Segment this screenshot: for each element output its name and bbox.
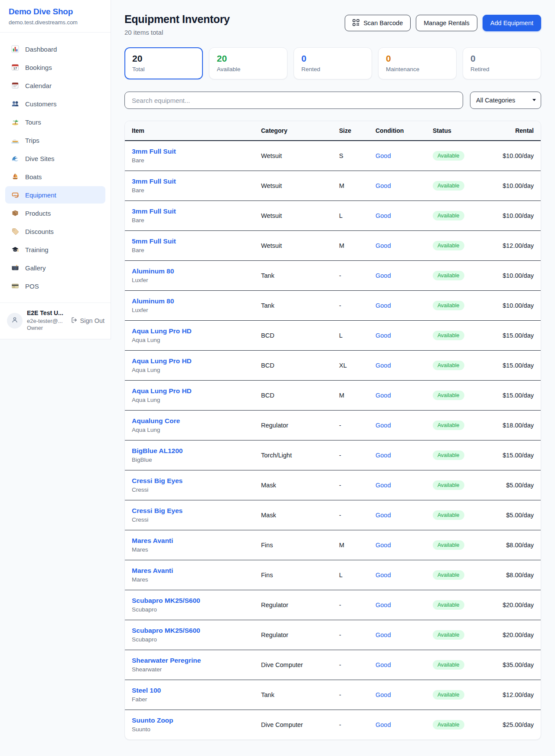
condition-cell: Good bbox=[369, 560, 426, 590]
table-row: 3mm Full SuitBareWetsuitMGoodAvailable$1… bbox=[125, 171, 541, 201]
size-cell: - bbox=[332, 590, 369, 620]
rental-cell: $10.00/day bbox=[491, 290, 541, 320]
item-name-link[interactable]: Mares Avanti bbox=[132, 537, 247, 545]
size-cell: M bbox=[332, 171, 369, 201]
sidebar-item-label: Gallery bbox=[25, 264, 46, 272]
condition-link[interactable]: Good bbox=[375, 392, 391, 399]
item-name-link[interactable]: 3mm Full Suit bbox=[132, 207, 247, 215]
sign-out-button[interactable]: Sign Out bbox=[71, 317, 104, 325]
condition-link[interactable]: Good bbox=[375, 272, 391, 279]
item-name-link[interactable]: Scubapro MK25/S600 bbox=[132, 597, 247, 605]
condition-link[interactable]: Good bbox=[375, 482, 391, 489]
item-name-link[interactable]: 3mm Full Suit bbox=[132, 177, 247, 185]
item-name-link[interactable]: Aluminum 80 bbox=[132, 267, 247, 275]
size-cell: L bbox=[332, 560, 369, 590]
condition-link[interactable]: Good bbox=[375, 362, 391, 369]
item-name-link[interactable]: BigBlue AL1200 bbox=[132, 447, 247, 455]
stat-card-rented[interactable]: 0Rented bbox=[294, 47, 372, 79]
person-icon bbox=[11, 316, 19, 325]
status-cell: Available bbox=[426, 470, 491, 500]
condition-cell: Good bbox=[369, 380, 426, 410]
condition-link[interactable]: Good bbox=[375, 182, 391, 189]
sidebar-item-boats[interactable]: Boats bbox=[5, 168, 105, 185]
search-input[interactable] bbox=[124, 92, 463, 109]
sidebar-item-calendar[interactable]: Calendar bbox=[5, 77, 105, 94]
category-cell: Regulator bbox=[254, 410, 332, 440]
item-name-link[interactable]: Cressi Big Eyes bbox=[132, 507, 247, 515]
condition-cell: Good bbox=[369, 500, 426, 530]
sidebar-item-trips[interactable]: Trips bbox=[5, 131, 105, 149]
status-badge: Available bbox=[433, 331, 464, 340]
condition-link[interactable]: Good bbox=[375, 242, 391, 249]
category-cell: Dive Computer bbox=[254, 650, 332, 680]
condition-link[interactable]: Good bbox=[375, 302, 391, 309]
condition-link[interactable]: Good bbox=[375, 691, 391, 698]
condition-link[interactable]: Good bbox=[375, 332, 391, 339]
sidebar-item-gallery[interactable]: Gallery bbox=[5, 259, 105, 276]
condition-link[interactable]: Good bbox=[375, 542, 391, 549]
item-name-link[interactable]: Suunto Zoop bbox=[132, 717, 247, 724]
category-filter-select[interactable]: All Categories bbox=[470, 92, 541, 109]
table-body: 3mm Full SuitBareWetsuitSGoodAvailable$1… bbox=[125, 141, 541, 740]
condition-link[interactable]: Good bbox=[375, 152, 391, 159]
table-row: Cressi Big EyesCressiMask-GoodAvailable$… bbox=[125, 470, 541, 500]
item-cell: BigBlue AL1200BigBlue bbox=[125, 440, 254, 470]
item-name-link[interactable]: 3mm Full Suit bbox=[132, 148, 247, 155]
item-name-link[interactable]: Cressi Big Eyes bbox=[132, 477, 247, 485]
status-badge: Available bbox=[433, 301, 464, 310]
condition-link[interactable]: Good bbox=[375, 212, 391, 219]
item-name-link[interactable]: Steel 100 bbox=[132, 687, 247, 694]
size-cell: L bbox=[332, 201, 369, 230]
stat-card-available[interactable]: 20Available bbox=[209, 47, 287, 79]
item-name-link[interactable]: Aluminum 80 bbox=[132, 297, 247, 305]
stat-label: Total bbox=[132, 66, 195, 72]
condition-link[interactable]: Good bbox=[375, 602, 391, 608]
size-cell: - bbox=[332, 680, 369, 710]
condition-link[interactable]: Good bbox=[375, 661, 391, 668]
sidebar-item-dive-sites[interactable]: Dive Sites bbox=[5, 150, 105, 167]
scan-barcode-button[interactable]: Scan Barcode bbox=[345, 15, 411, 31]
sidebar-item-bookings[interactable]: 17Bookings bbox=[5, 59, 105, 76]
condition-link[interactable]: Good bbox=[375, 452, 391, 459]
status-cell: Available bbox=[426, 500, 491, 530]
sidebar-item-equipment[interactable]: Equipment bbox=[5, 186, 105, 204]
filter-row: All Categories bbox=[124, 92, 541, 109]
sidebar-item-discounts[interactable]: Discounts bbox=[5, 223, 105, 240]
condition-link[interactable]: Good bbox=[375, 422, 391, 429]
condition-link[interactable]: Good bbox=[375, 631, 391, 638]
condition-link[interactable]: Good bbox=[375, 721, 391, 728]
item-name-link[interactable]: Aqua Lung Pro HD bbox=[132, 327, 247, 335]
sidebar-item-customers[interactable]: Customers bbox=[5, 95, 105, 112]
stat-card-maintenance[interactable]: 0Maintenance bbox=[378, 47, 457, 79]
sidebar-item-products[interactable]: Products bbox=[5, 204, 105, 222]
size-cell: - bbox=[332, 470, 369, 500]
manage-rentals-button[interactable]: Manage Rentals bbox=[416, 15, 477, 31]
condition-link[interactable]: Good bbox=[375, 572, 391, 579]
sidebar-item-training[interactable]: Training bbox=[5, 241, 105, 258]
island-icon bbox=[11, 118, 19, 126]
item-name-link[interactable]: Mares Avanti bbox=[132, 567, 247, 575]
add-equipment-button[interactable]: Add Equipment bbox=[483, 15, 541, 31]
item-name-link[interactable]: Aqua Lung Pro HD bbox=[132, 357, 247, 365]
stat-card-total[interactable]: 20Total bbox=[124, 47, 203, 79]
rental-cell: $10.00/day bbox=[491, 141, 541, 171]
item-brand: Bare bbox=[132, 187, 247, 194]
condition-link[interactable]: Good bbox=[375, 512, 391, 519]
item-name-link[interactable]: Scubapro MK25/S600 bbox=[132, 627, 247, 634]
stat-card-retired[interactable]: 0Retired bbox=[463, 47, 541, 79]
sidebar-item-tours[interactable]: Tours bbox=[5, 113, 105, 131]
item-name-link[interactable]: Aqua Lung Pro HD bbox=[132, 387, 247, 395]
item-name-link[interactable]: 5mm Full Suit bbox=[132, 237, 247, 245]
condition-cell: Good bbox=[369, 350, 426, 380]
sidebar-item-dashboard[interactable]: Dashboard bbox=[5, 40, 105, 58]
column-header-item: Item bbox=[125, 121, 254, 141]
sidebar-item-label: Discounts bbox=[25, 228, 54, 235]
item-brand: Cressi bbox=[132, 516, 247, 523]
qr-scan-icon bbox=[353, 19, 359, 27]
stat-label: Maintenance bbox=[386, 66, 449, 72]
item-name-link[interactable]: Aqualung Core bbox=[132, 417, 247, 425]
status-cell: Available bbox=[426, 620, 491, 650]
sidebar-item-pos[interactable]: POS bbox=[5, 277, 105, 295]
item-brand: Cressi bbox=[132, 486, 247, 493]
item-name-link[interactable]: Shearwater Peregrine bbox=[132, 657, 247, 664]
